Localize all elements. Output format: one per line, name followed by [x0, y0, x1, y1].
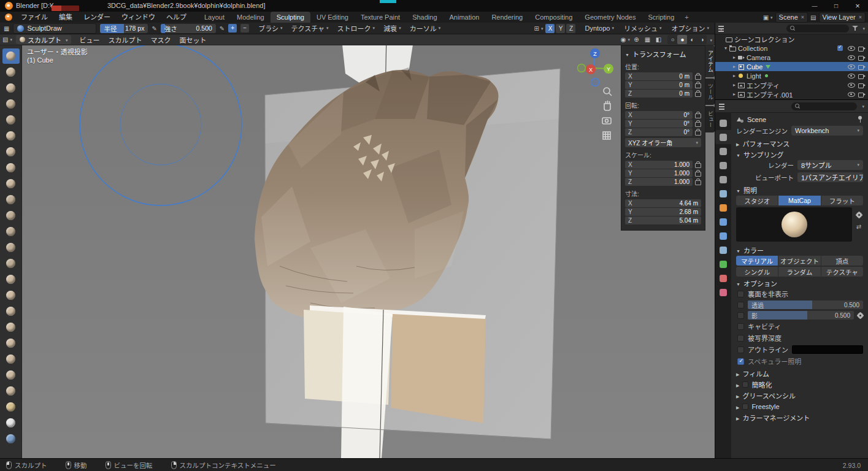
symmetry-y-toggle[interactable]: Y	[556, 24, 565, 33]
outliner-search-input[interactable]	[786, 25, 849, 33]
collection-checkbox[interactable]	[837, 45, 843, 51]
color-section-header[interactable]: カラー	[736, 245, 863, 255]
brush-pose[interactable]	[2, 351, 20, 367]
falloff-shape-icon[interactable]: ⊞	[534, 25, 543, 32]
mode-selector[interactable]: スカルプト	[16, 35, 72, 44]
shading-dropdown-icon[interactable]	[708, 36, 712, 44]
add-mode-button[interactable]: +	[228, 24, 237, 33]
render-visibility-icon[interactable]	[858, 55, 866, 60]
gizmos-toggle[interactable]: ⊕	[631, 35, 641, 44]
pin-icon[interactable]	[858, 116, 863, 123]
strength-pressure-icon[interactable]: ✎	[220, 25, 225, 32]
options-dropdown[interactable]: オプション	[669, 23, 711, 33]
collapse-icon[interactable]	[625, 50, 629, 58]
brush-multiplane-scrape[interactable]	[2, 256, 20, 271]
strength-slider[interactable]: 強さ0.500	[161, 24, 216, 33]
options-section-header[interactable]: オプション	[736, 278, 863, 288]
xray-toggle[interactable]: ◧	[653, 35, 663, 44]
tab-texture[interactable]	[715, 285, 731, 299]
shading-rendered-icon[interactable]: ◑	[697, 35, 707, 44]
tab-output[interactable]	[715, 144, 731, 158]
face-sets-menu[interactable]: 面セット	[175, 35, 210, 45]
lock-icon[interactable]	[695, 122, 701, 127]
menu-edit[interactable]: 編集	[53, 12, 78, 23]
matcap-settings-gear-icon[interactable]	[856, 212, 862, 218]
lock-icon[interactable]	[695, 83, 701, 88]
render-visibility-icon[interactable]	[858, 83, 866, 88]
outliner-camera[interactable]: ▸ Camera	[715, 53, 868, 62]
maximize-button[interactable]	[826, 0, 847, 12]
shadow-checkbox[interactable]	[737, 312, 744, 319]
brush-flatten[interactable]	[2, 208, 20, 223]
rotation-field[interactable]: X0°	[625, 111, 693, 119]
npanel-tab-item[interactable]: アイテム	[705, 45, 715, 77]
scale-field[interactable]: Y1.000	[625, 169, 693, 177]
tab-layout[interactable]: Layout	[198, 12, 231, 23]
render-visibility-icon[interactable]	[858, 92, 866, 97]
stroke-dropdown[interactable]: ストローク	[336, 23, 377, 33]
filter-dropdown-icon[interactable]	[861, 25, 866, 32]
blender-menu-icon[interactable]	[5, 13, 12, 21]
render-visibility-icon[interactable]	[858, 46, 866, 51]
view-layer-selector[interactable]: View Layer×	[819, 12, 866, 23]
xray-checkbox[interactable]	[737, 302, 744, 308]
sampling-section-header[interactable]: サンプリング	[736, 149, 863, 159]
sampling-viewport-dropdown[interactable]: 1パスアンチエイリアシング	[797, 172, 863, 182]
brush-clay-strips[interactable]	[2, 96, 20, 112]
lighting-flat[interactable]: フラット	[821, 196, 863, 205]
brush-selector[interactable]: SculptDraw	[13, 23, 96, 34]
dyntopo-dropdown[interactable]: Dyntopo	[583, 23, 616, 33]
subtract-mode-button[interactable]: −	[240, 24, 249, 33]
lock-icon[interactable]	[695, 75, 701, 80]
properties-editor-icon[interactable]	[719, 103, 726, 110]
menu-help[interactable]: ヘルプ	[161, 12, 192, 23]
tab-scripting[interactable]: Scripting	[642, 12, 680, 23]
rotation-field[interactable]: Y0°	[625, 120, 693, 128]
radius-slider[interactable]: 半径178 px	[100, 24, 148, 33]
radius-pressure-icon[interactable]: ✎	[152, 25, 156, 32]
dof-checkbox[interactable]	[737, 335, 744, 342]
shading-solid-icon[interactable]: ●	[677, 35, 687, 44]
view-layer-remove-icon[interactable]: ×	[859, 14, 862, 20]
lock-icon[interactable]	[695, 163, 701, 168]
tab-uv-editing[interactable]: UV Editing	[310, 12, 355, 23]
visibility-eye-icon[interactable]	[848, 83, 855, 88]
brush-mask[interactable]	[2, 415, 20, 431]
scene-datablock-icon[interactable]: ▣	[763, 14, 773, 21]
lock-icon[interactable]	[695, 92, 701, 97]
tab-object-data[interactable]	[715, 257, 731, 271]
visibility-eye-icon[interactable]	[848, 55, 855, 60]
tab-object[interactable]	[715, 201, 731, 215]
menu-render[interactable]: レンダー	[78, 12, 116, 23]
section-performance[interactable]: パフォーマンス	[736, 138, 863, 148]
visibility-eye-icon[interactable]	[848, 64, 855, 69]
brush-snake-hook[interactable]	[2, 320, 20, 335]
scale-field[interactable]: Z1.000	[625, 178, 693, 186]
brush-crease[interactable]	[2, 176, 20, 191]
brush-pinch[interactable]	[2, 272, 20, 287]
close-button[interactable]	[847, 0, 868, 12]
brush-draw-sharp[interactable]	[2, 64, 20, 80]
section-film[interactable]: フィルム	[736, 368, 863, 378]
brush-nudge[interactable]	[2, 367, 20, 383]
npanel-tab-tool[interactable]: ツール	[705, 78, 715, 105]
sampling-render-dropdown[interactable]: 8サンプル	[797, 160, 863, 170]
outline-checkbox[interactable]	[737, 347, 744, 353]
sculpt-menu[interactable]: スカルプト	[104, 35, 146, 45]
specular-checkbox[interactable]	[737, 358, 744, 365]
editor-type-icon[interactable]: ▧	[2, 36, 12, 43]
lighting-section-header[interactable]: 照明	[736, 185, 863, 195]
brush-blob[interactable]	[2, 160, 20, 175]
floor-plane-right[interactable]	[391, 314, 486, 423]
xray-slider[interactable]: 透過0.500	[748, 301, 863, 309]
section-grease-pencil[interactable]: グリースペンシル	[736, 390, 863, 400]
tab-world[interactable]	[715, 186, 731, 201]
tab-material[interactable]	[715, 271, 731, 285]
view-menu[interactable]: ビュー	[75, 35, 104, 45]
overlays-toggle[interactable]: ▦	[642, 35, 652, 44]
visibility-eye-icon[interactable]	[848, 74, 855, 78]
location-field[interactable]: X0 m	[625, 72, 693, 80]
brush-scrape[interactable]	[2, 240, 20, 255]
tab-sculpting[interactable]: Sculpting	[271, 12, 310, 23]
brush-thumb[interactable]	[2, 335, 20, 351]
